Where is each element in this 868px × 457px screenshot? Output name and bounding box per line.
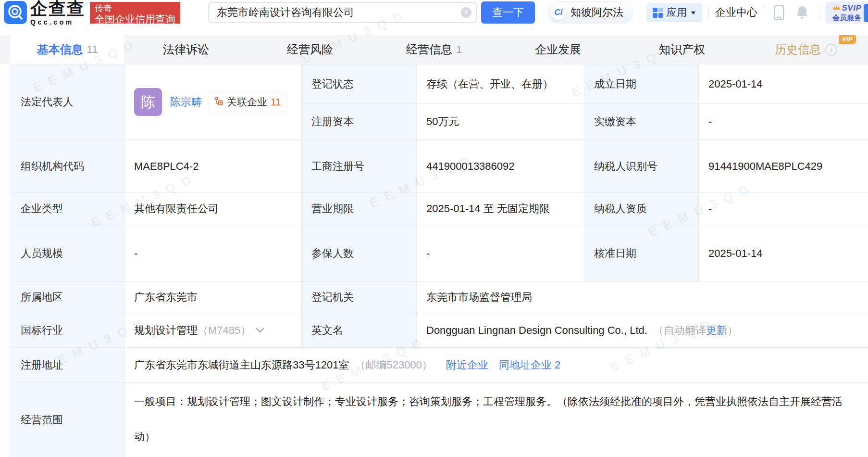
apps-label: 应用	[667, 6, 687, 19]
establish-date-value: 2025-01-14	[699, 64, 868, 104]
zhibi-alpha-link[interactable]: Ci 知彼阿尔法	[547, 1, 633, 24]
tab-label: 企业发展	[535, 42, 581, 57]
side-widget-partial[interactable]	[864, 4, 868, 22]
tab-label: 基本信息	[37, 42, 83, 57]
top-header: 企查查 Qcc.com 传奇 全国企业信用查询 ✕ 查一下 Ci 知彼阿尔法 应…	[0, 0, 868, 35]
approval-date-label: 核准日期	[584, 225, 699, 282]
tab-bar: 基本信息 11 法律诉讼 经营风险 经营信息 1 企业发展 知识产权 历史信息 …	[0, 35, 868, 64]
org-code-value: MAE8PLC4-2	[124, 140, 302, 193]
divider	[708, 6, 709, 19]
apps-grid-icon	[653, 8, 663, 18]
notifications-bell-icon[interactable]	[795, 5, 809, 20]
enterprise-type-label: 企业类型	[11, 193, 124, 225]
english-name-cell: Dongguan Lingnan Design Consulting Co., …	[417, 313, 868, 348]
vip-badge: VIP	[839, 35, 856, 44]
related-companies-label: 关联企业	[227, 95, 267, 109]
zhibi-alpha-icon: Ci	[551, 5, 566, 20]
crown-icon	[832, 4, 841, 12]
business-scope-value: 一般项目：规划设计管理；图文设计制作；专业设计服务；咨询策划服务；工程管理服务。…	[124, 383, 868, 457]
english-name-value: Dongguan Lingnan Design Consulting Co., …	[426, 324, 647, 337]
business-reg-no-value: 441900013386092	[417, 140, 584, 193]
registration-status-value: 存续（在营、开业、在册）	[417, 64, 584, 104]
enterprise-center-link[interactable]: 企业中心	[715, 5, 757, 20]
tab-operation-risk[interactable]: 经营风险	[248, 35, 372, 64]
related-companies-count: 11	[271, 96, 281, 108]
svip-member-button[interactable]: SVIP 会员服务	[826, 1, 868, 24]
legal-rep-cell: 陈 陈宗畴 关联企业 11	[124, 64, 302, 140]
search-input[interactable]	[208, 2, 477, 23]
auto-translate-note-close: ）	[727, 323, 738, 338]
business-scope-label: 经营范围	[11, 383, 124, 457]
tab-history-info[interactable]: 历史信息 VIP i	[744, 35, 868, 64]
tab-count: 1	[456, 43, 462, 56]
tab-business-info[interactable]: 经营信息 1	[372, 35, 496, 64]
paid-in-capital-label: 实缴资本	[584, 104, 699, 140]
establish-date-label: 成立日期	[584, 64, 699, 104]
taxpayer-id-label: 纳税人识别号	[584, 140, 699, 193]
svip-subtitle: 会员服务	[832, 14, 861, 21]
zip-code-note: （邮编523000）	[355, 358, 432, 372]
svip-title: SVIP	[842, 4, 862, 12]
update-translation-link[interactable]: 更新	[706, 323, 727, 338]
industry-value: 规划设计管理	[134, 323, 198, 338]
same-address-companies-link[interactable]: 同地址企业 2	[499, 358, 560, 372]
address-cell: 广东省东莞市东城街道主山东源路33号1201室 （邮编523000） 附近企业 …	[124, 348, 868, 383]
nearby-companies-link[interactable]: 附近企业	[446, 358, 488, 372]
registration-status-label: 登记状态	[302, 64, 417, 104]
org-code-label: 组织机构代码	[11, 140, 124, 193]
slogan-line2: 全国企业信用查询	[95, 13, 175, 25]
business-reg-no-label: 工商注册号	[302, 140, 417, 193]
info-icon[interactable]: i	[825, 44, 837, 56]
tab-label: 知识产权	[659, 42, 705, 57]
region-label: 所属地区	[11, 282, 124, 313]
address-label: 注册地址	[11, 348, 124, 383]
tab-legal-litigation[interactable]: 法律诉讼	[124, 35, 248, 64]
registration-authority-value: 东莞市市场监督管理局	[417, 282, 868, 313]
tab-label: 法律诉讼	[163, 42, 209, 57]
industry-cell: 规划设计管理 （M7485）	[124, 313, 302, 348]
registration-authority-label: 登记机关	[302, 282, 417, 313]
english-name-label: 英文名	[302, 313, 417, 348]
qcc-logo[interactable]: 企查查 Qcc.com	[4, 0, 85, 25]
tab-basic-info[interactable]: 基本信息 11	[11, 35, 124, 64]
tab-label: 经营风险	[287, 42, 333, 57]
qcc-logo-icon	[4, 1, 27, 24]
caret-down-icon: ▼	[690, 10, 697, 15]
taxpayer-qualification-value: -	[699, 193, 868, 225]
tab-count: 11	[87, 43, 98, 56]
industry-code: （M7485）	[198, 323, 251, 338]
tab-enterprise-development[interactable]: 企业发展	[496, 35, 620, 64]
address-value: 广东省东莞市东城街道主山东源路33号1201室	[134, 358, 349, 372]
region-value: 广东省东莞市	[124, 282, 302, 313]
chevron-down-icon[interactable]	[256, 328, 264, 333]
paid-in-capital-value: -	[699, 104, 868, 140]
staff-size-label: 人员规模	[11, 225, 124, 282]
staff-size-value: -	[124, 225, 302, 282]
approval-date-value: 2025-01-14	[699, 225, 868, 282]
brand-domain: Qcc.com	[30, 19, 85, 25]
mobile-app-icon[interactable]	[773, 4, 785, 21]
taxpayer-id-value: 91441900MAE8PLC429	[699, 140, 868, 193]
brand-name: 企查查	[30, 0, 85, 17]
tab-bar-spacer	[0, 35, 11, 64]
business-term-label: 营业期限	[302, 193, 417, 225]
tab-intellectual-property[interactable]: 知识产权	[620, 35, 744, 64]
divider	[819, 6, 819, 19]
clear-search-icon[interactable]: ✕	[461, 7, 471, 18]
slogan-badge: 传奇 全国企业信用查询	[90, 2, 180, 24]
divider	[640, 6, 640, 19]
tab-label: 经营信息	[406, 42, 452, 57]
related-companies-button[interactable]: 关联企业 11	[209, 92, 286, 112]
apps-menu[interactable]: 应用 ▼	[646, 3, 702, 22]
legal-rep-name-link[interactable]: 陈宗畴	[170, 95, 202, 109]
registered-capital-value: 50万元	[417, 104, 584, 140]
taxpayer-qualification-label: 纳税人资质	[584, 193, 699, 225]
auto-translate-note: （自动翻译	[653, 323, 706, 338]
divider	[764, 6, 764, 19]
search-box: ✕	[208, 2, 477, 23]
registered-capital-label: 注册资本	[302, 104, 417, 140]
company-basic-info-table: 法定代表人 陈 陈宗畴 关联企业 11 登记状态 存续（在营、开业、在册） 成立…	[11, 64, 868, 457]
search-button[interactable]: 查一下	[481, 1, 535, 24]
legal-rep-avatar[interactable]: 陈	[134, 88, 162, 116]
insured-count-value: -	[417, 225, 584, 282]
